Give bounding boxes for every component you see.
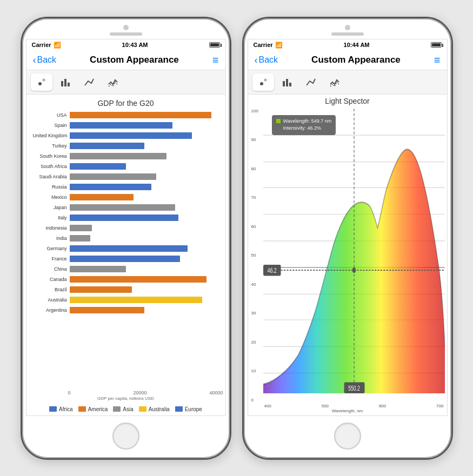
x-axis: 02000040000 <box>29 390 223 395</box>
legend-item: Africa <box>49 406 73 412</box>
power-btn-2[interactable] <box>452 105 453 137</box>
phone-1-screen: Carrier 📶 10:43 AM ‹ Back Custom Appeara… <box>26 39 226 416</box>
volume-up-btn-2[interactable] <box>242 94 243 113</box>
volume-down-btn[interactable] <box>21 118 22 137</box>
line-chart-btn-2[interactable] <box>102 73 124 91</box>
tooltip-box: Wavelength: 549.7 nm Intensivity: 46.2% <box>272 115 336 135</box>
status-left: Carrier 📶 <box>32 42 61 49</box>
bar <box>70 122 172 129</box>
legend-item: America <box>78 406 108 412</box>
line-chart-icon-2 <box>108 77 118 88</box>
bar <box>70 276 207 283</box>
bar <box>70 235 91 242</box>
bar-row: France <box>33 254 219 263</box>
bar-row: Russia <box>33 183 219 191</box>
bar-row: Italy <box>33 213 219 222</box>
bar-track <box>70 225 219 231</box>
x-tick: 400 <box>264 404 271 408</box>
menu-icon-1[interactable]: ≡ <box>212 54 219 66</box>
home-button-1[interactable] <box>112 423 139 450</box>
bar-label: Mexico <box>33 195 70 200</box>
status-right-2 <box>431 42 442 48</box>
bar-label: South Korea <box>33 153 70 159</box>
spectrum-svg: 46.2 550.2 Intensivity, % <box>263 109 445 403</box>
back-button-1[interactable]: ‹ Back <box>33 55 57 66</box>
bar-chart-icon <box>60 77 71 88</box>
phone-top <box>22 18 230 39</box>
spectrum-area: 0102030405060708090100 <box>250 109 445 403</box>
bar-track <box>70 194 219 200</box>
bar-label: Italy <box>33 215 70 220</box>
y-tick: 70 <box>251 195 262 200</box>
x-axis-unit: GDP per capita, millions USD <box>29 396 223 401</box>
bar-track <box>70 184 219 190</box>
bar <box>70 245 188 252</box>
line-chart-btn-3[interactable] <box>300 73 322 91</box>
bar-row: Turkey <box>33 142 219 150</box>
back-button-2[interactable]: ‹ Back <box>255 55 278 66</box>
legend-swatch <box>49 406 57 412</box>
bar-label: China <box>33 266 70 272</box>
bar-track <box>70 276 219 283</box>
time-label: 10:43 AM <box>122 42 148 48</box>
phone-2-screen: Carrier 📶 10:44 AM ‹ Back Custom Appeara… <box>248 39 448 416</box>
scatter-chart-btn-2[interactable] <box>252 73 274 91</box>
bar-track <box>70 245 219 252</box>
bar-row: China <box>33 265 219 273</box>
time-label-2: 10:44 AM <box>344 42 370 48</box>
bar <box>70 256 180 262</box>
bar <box>70 297 203 303</box>
bar-chart-btn[interactable] <box>55 73 76 91</box>
tooltip-intensity: Intensivity: 46.2% <box>283 125 332 132</box>
bar-track <box>70 173 219 180</box>
svg-point-6 <box>264 78 267 81</box>
line-chart-icon-3 <box>305 77 316 88</box>
bar-label: France <box>33 256 70 262</box>
bar-track <box>70 266 219 272</box>
bar-track <box>70 235 219 242</box>
scatter-chart-btn[interactable] <box>31 73 52 91</box>
bar-track <box>70 297 219 303</box>
nav-bar-2: ‹ Back Custom Appearance ≡ <box>248 51 447 70</box>
legend-item: Australia <box>139 406 170 412</box>
bar-label: South Africa <box>33 164 70 169</box>
status-bar-2: Carrier 📶 10:44 AM <box>248 39 447 51</box>
bar-label: USA <box>33 112 70 118</box>
y-axis-ticks: 0102030405060708090100 <box>250 109 263 403</box>
bar-row: India <box>33 234 219 243</box>
line-chart-btn-1[interactable] <box>78 73 100 91</box>
bar <box>70 214 178 221</box>
svg-point-23 <box>352 267 356 273</box>
bar-label: Saudi Arabia <box>33 174 70 179</box>
phone-1: Carrier 📶 10:43 AM ‹ Back Custom Appeara… <box>21 17 231 460</box>
status-bar-1: Carrier 📶 10:43 AM <box>26 39 225 51</box>
bar-label: Japan <box>33 205 70 210</box>
line-chart-btn-4[interactable] <box>324 73 345 91</box>
home-button-2[interactable] <box>334 423 361 450</box>
phone-2: Carrier 📶 10:44 AM ‹ Back Custom Appeara… <box>242 17 453 460</box>
legend-label: Africa <box>59 406 73 412</box>
bar-label: Germany <box>33 246 70 251</box>
volume-up-btn[interactable] <box>21 94 22 113</box>
y-tick: 20 <box>251 340 262 345</box>
carrier-label: Carrier <box>32 42 51 48</box>
bar-track <box>70 204 219 211</box>
menu-icon-2[interactable]: ≡ <box>434 54 441 66</box>
bar-row: Argentina <box>33 306 219 314</box>
bar-row: Canada <box>33 275 219 284</box>
bar-row: Japan <box>33 203 219 212</box>
volume-down-btn-2[interactable] <box>242 118 243 137</box>
legend-swatch <box>113 406 121 412</box>
bar-track <box>70 307 219 313</box>
power-btn[interactable] <box>230 105 231 137</box>
svg-point-5 <box>260 82 263 85</box>
legend-swatch <box>175 406 183 412</box>
x-axis-ticks-spectrum: 400500600700 <box>250 404 445 408</box>
spectrum-svg-wrapper: 46.2 550.2 Intensivity, % Wavelength: 5 <box>263 109 445 403</box>
bar-chart-btn-2[interactable] <box>276 73 298 91</box>
chart-title-1: GDP for the G20 <box>29 99 223 108</box>
bar <box>70 307 144 313</box>
svg-rect-8 <box>286 79 288 86</box>
legend-item: Europe <box>175 406 202 412</box>
chart-title-2: Light Spector <box>250 97 445 105</box>
